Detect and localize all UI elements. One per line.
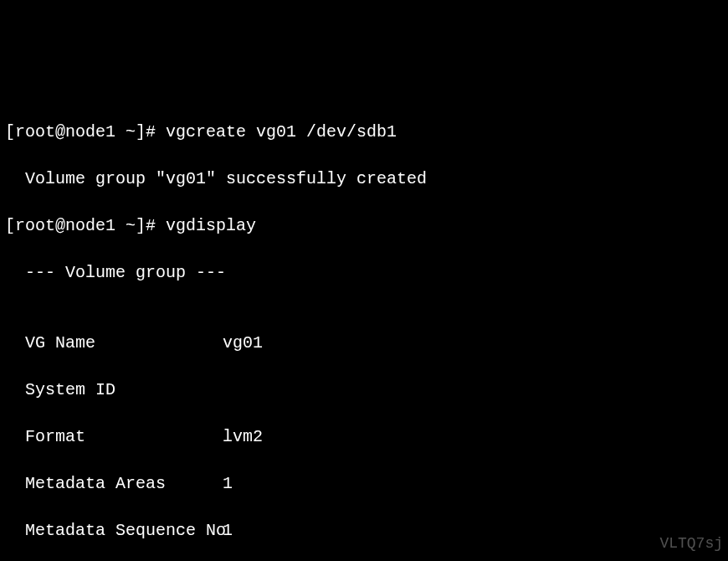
- terminal-output: [root@node1 ~]# vgcreate vg01 /dev/sdb1 …: [5, 97, 723, 561]
- row-metadata-seq: Metadata Sequence No1: [5, 519, 723, 543]
- value: lvm2: [223, 425, 723, 449]
- label: System ID: [5, 378, 223, 402]
- value: 1: [223, 472, 723, 496]
- value: vg01: [223, 332, 723, 355]
- prompt-line-1[interactable]: [root@node1 ~]# vgcreate vg01 /dev/sdb1: [5, 121, 723, 144]
- value: 1: [223, 519, 723, 543]
- row-format: Formatlvm2: [5, 425, 723, 449]
- row-metadata-areas: Metadata Areas1: [5, 472, 723, 496]
- section-header: --- Volume group ---: [5, 261, 723, 285]
- label: VG Name: [5, 332, 223, 355]
- label: Format: [5, 425, 223, 449]
- shell-prompt: [root@node1 ~]#: [5, 122, 166, 142]
- label: Metadata Sequence No: [5, 519, 223, 543]
- row-vg-name: VG Namevg01: [5, 332, 723, 355]
- command-input: vgdisplay: [166, 216, 256, 235]
- prompt-line-2[interactable]: [root@node1 ~]# vgdisplay: [5, 214, 723, 238]
- value: [223, 378, 723, 402]
- vgcreate-output: Volume group "vg01" successfully created: [5, 167, 723, 191]
- label: Metadata Areas: [5, 472, 223, 496]
- command-input: vgcreate vg01 /dev/sdb1: [166, 122, 397, 142]
- shell-prompt: [root@node1 ~]#: [5, 216, 166, 235]
- row-system-id: System ID: [5, 378, 723, 402]
